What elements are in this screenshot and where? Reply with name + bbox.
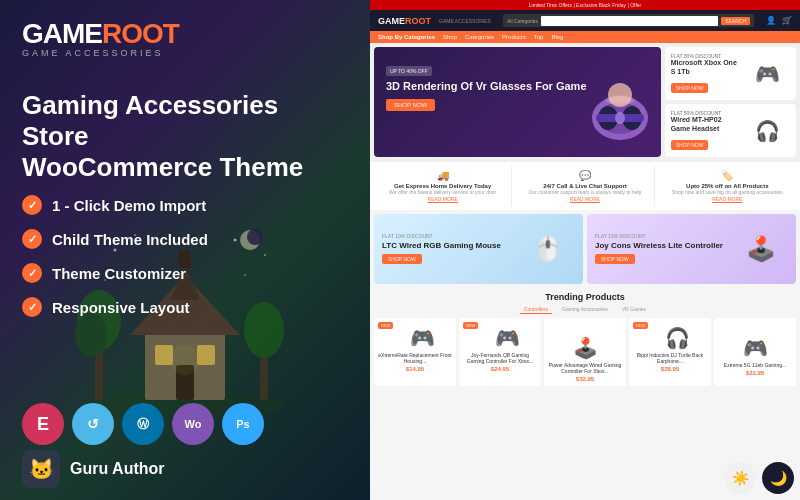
feature-list: 1 - Click Demo ImportChild Theme Include… — [22, 195, 208, 331]
product-price: $22.95 — [718, 370, 792, 376]
product-card[interactable]: 🎮 Extreme 5G 11eb Gaming... $22.95 — [714, 318, 796, 386]
product-name: eXtremeRate Replacement Front Housing... — [378, 352, 452, 364]
xbox-image: 🎮 — [745, 54, 790, 94]
product-price: $28.95 — [633, 366, 707, 372]
controller-title: Joy Cons Wireless Lite Controller — [595, 241, 733, 251]
trending-title: Trending Products — [374, 292, 796, 302]
header-icons: 👤 🛒 — [766, 16, 792, 25]
user-icon[interactable]: 👤 — [766, 16, 776, 25]
hero-section: UP TO 40% OFF 3D Rendering Of Vr Glasses… — [370, 43, 800, 161]
product-card[interactable]: NEW 🎮 eXtremeRate Replacement Front Hous… — [374, 318, 456, 386]
category-selector[interactable]: All Categories — [507, 18, 538, 24]
search-button[interactable]: SEARCH — [721, 17, 750, 25]
check-icon — [22, 297, 42, 317]
feature-text: Theme Customizer — [52, 265, 186, 282]
delivery-icon: 🚚 — [378, 170, 507, 181]
side-card-xbox: FLAT 30% DISCOUNT Microsoft Xbox One S 1… — [665, 47, 796, 100]
check-icon — [22, 195, 42, 215]
main-heading: Gaming Accessories Store WooCommerce The… — [22, 90, 348, 184]
nav-shop-categories[interactable]: Shop By Categories — [378, 34, 435, 40]
discount-icon: 🏷️ — [663, 170, 792, 181]
hero-main: UP TO 40% OFF 3D Rendering Of Vr Glasses… — [374, 47, 661, 157]
feature-item: 1 - Click Demo Import — [22, 195, 208, 215]
plugin-icons: E ↺ Ⓦ Wo Ps — [22, 403, 264, 445]
promo-bar: Limited Time Offers | Exclusive Black Fr… — [370, 0, 800, 10]
product-name: Extreme 5G 11eb Gaming... — [718, 362, 792, 368]
right-panel: Limited Time Offers | Exclusive Black Fr… — [370, 0, 800, 500]
product-card[interactable]: NEW 🎮 Joy-Fernands QB Gaming Gaming Cont… — [459, 318, 541, 386]
controller-badge: FLAT 15% DISCOUNT — [595, 233, 733, 239]
light-mode-toggle[interactable]: ☀️ — [724, 462, 756, 494]
tab-vr-games[interactable]: VR Games — [618, 305, 650, 314]
product-name: Bippi Inductive DJ Turtle Back Earphone.… — [633, 352, 707, 364]
features-bar: 🚚 Get Express Home Delivery Today We off… — [370, 161, 800, 210]
support-icon: 💬 — [520, 170, 649, 181]
product-badge: NEW — [378, 322, 393, 329]
headset-cta[interactable]: SHOP NOW — [671, 140, 709, 150]
product-image: 🕹️ — [548, 336, 622, 360]
product-image: 🎧 — [633, 326, 707, 350]
heading-text: Gaming Accessories Store WooCommerce The… — [22, 90, 348, 184]
mouse-cta[interactable]: SHOP NOW — [382, 254, 422, 264]
hero-side-cards: FLAT 30% DISCOUNT Microsoft Xbox One S 1… — [665, 47, 796, 157]
svg-point-19 — [244, 274, 246, 276]
product-card[interactable]: 🕹️ Power Advantage Wired Gaming Controll… — [544, 318, 626, 386]
delivery-link[interactable]: READ MORE — [378, 196, 507, 202]
xbox-cta[interactable]: SHOP NOW — [671, 83, 709, 93]
svg-point-16 — [234, 239, 237, 242]
product-badge: NEW — [633, 322, 648, 329]
hero-cta-button[interactable]: SHOP NOW — [386, 99, 435, 111]
feature-item: Child Theme Included — [22, 229, 208, 249]
mouse-image: 🖱️ — [520, 235, 575, 263]
logo-subtitle: GAME ACCESSORIES — [22, 48, 179, 58]
nav-blog[interactable]: Blog — [551, 34, 563, 40]
plugin-customizer: ↺ — [72, 403, 114, 445]
discount-link[interactable]: READ MORE — [663, 196, 792, 202]
nav-shop[interactable]: Shop — [443, 34, 457, 40]
svg-point-13 — [170, 345, 200, 375]
feat-delivery: 🚚 Get Express Home Delivery Today We off… — [374, 166, 512, 206]
logo-game: GAME — [22, 18, 102, 50]
feature-item: Responsive Layout — [22, 297, 208, 317]
store-header: GAMEROOT GAME ACCESSORIES All Categories… — [370, 10, 800, 31]
support-desc: Our customer support team is always read… — [520, 189, 649, 196]
delivery-desc: We offer the fastest delivery service to… — [378, 189, 507, 196]
product-badge: NEW — [463, 322, 478, 329]
product-name: Power Advantage Wired Gaming Controller … — [548, 362, 622, 374]
hero-vr-image — [586, 77, 656, 157]
mouse-info: FLAT 10% DISCOUNT LTC Wired RGB Gaming M… — [382, 233, 520, 265]
plugin-photoshop: Ps — [222, 403, 264, 445]
plugin-elementor: E — [22, 403, 64, 445]
controller-cta[interactable]: SHOP NOW — [595, 254, 635, 264]
svg-point-17 — [264, 254, 266, 256]
product-card[interactable]: NEW 🎧 Bippi Inductive DJ Turtle Back Ear… — [629, 318, 711, 386]
dark-mode-toggle[interactable]: 🌙 — [762, 462, 794, 494]
nav-categories[interactable]: Categories — [465, 34, 494, 40]
logo-brand: GAME ROOT — [22, 18, 179, 50]
author-label: Guru Author — [70, 460, 165, 478]
trending-section: Trending Products Controllers Gaming Acc… — [370, 288, 800, 390]
check-icon — [22, 263, 42, 283]
tab-gaming-accessories[interactable]: Gaming Accessories — [558, 305, 612, 314]
nav-products[interactable]: Products — [502, 34, 526, 40]
controller-info: FLAT 15% DISCOUNT Joy Cons Wireless Lite… — [595, 233, 733, 265]
left-panel: GAME ROOT GAME ACCESSORIES Gaming Access… — [0, 0, 370, 500]
feature-text: Child Theme Included — [52, 231, 208, 248]
plugin-woocommerce: Wo — [172, 403, 214, 445]
logo-area: GAME ROOT GAME ACCESSORIES — [22, 18, 179, 58]
hero-badge: UP TO 40% OFF — [386, 66, 432, 76]
feat-discount: 🏷️ Upto 25% off on All Products Shop now… — [659, 166, 796, 206]
cart-icon[interactable]: 🛒 — [782, 16, 792, 25]
check-icon — [22, 229, 42, 249]
product-image: 🎮 — [463, 326, 537, 350]
svg-point-21 — [247, 229, 263, 245]
tab-controllers[interactable]: Controllers — [520, 305, 552, 314]
side-card-headset-info: FLAT 50% DISCOUNT Wired MT-HP02 Game Hea… — [671, 110, 741, 151]
support-link[interactable]: READ MORE — [520, 196, 649, 202]
nav-top[interactable]: Top — [534, 34, 544, 40]
product-price: $32.95 — [548, 376, 622, 382]
product-name: Joy-Fernands QB Gaming Gaming Controller… — [463, 352, 537, 364]
plugin-wordpress: Ⓦ — [122, 403, 164, 445]
feature-text: 1 - Click Demo Import — [52, 197, 206, 214]
author-row: 🐱 Guru Author — [22, 450, 165, 488]
